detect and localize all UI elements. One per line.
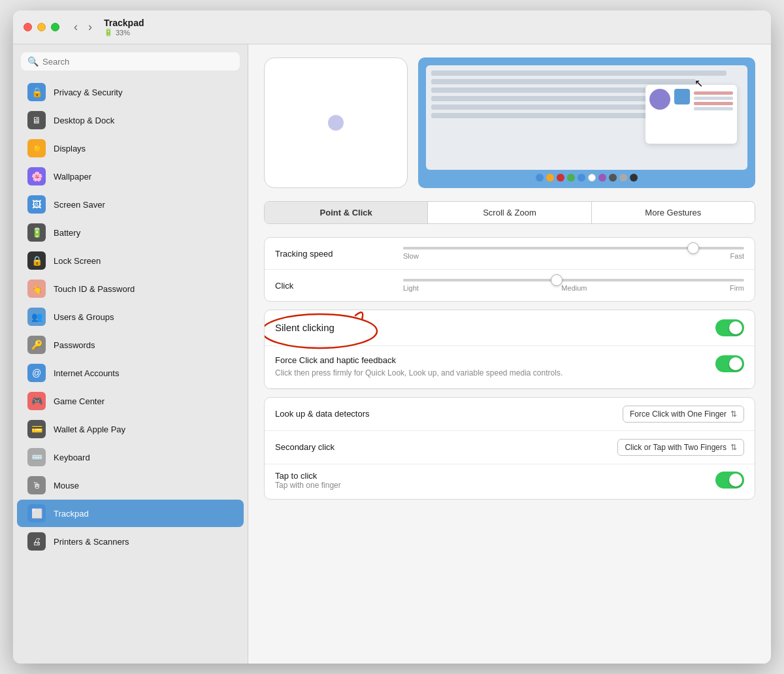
silent-clicking-toggle[interactable] <box>715 319 744 336</box>
click-thumb[interactable] <box>551 274 563 286</box>
search-input[interactable] <box>42 57 233 67</box>
screen-floating-panel <box>645 85 737 144</box>
screen-blob2 <box>674 89 690 104</box>
click-control[interactable]: Light Medium Firm <box>403 279 744 292</box>
secondary-click-arrow: ⇅ <box>730 443 737 452</box>
sidebar-icon-symbol-trackpad: ⬜ <box>31 508 42 519</box>
screen-blob <box>649 89 670 110</box>
sidebar-label-mouse: Mouse <box>54 481 79 490</box>
lookup-label: Look up & data detectors <box>275 409 370 419</box>
sidebar-icon-privacy: 🔒 <box>27 83 46 101</box>
secondary-click-dropdown[interactable]: Click or Tap with Two Fingers ⇅ <box>617 439 744 456</box>
sidebar-icon-symbol-mouse: 🖱 <box>32 480 41 490</box>
color-dot-3[interactable] <box>567 174 575 182</box>
tab-point-click[interactable]: Point & Click <box>265 202 428 223</box>
sidebar-item-trackpad[interactable]: ⬜ Trackpad <box>17 500 244 527</box>
minimize-button[interactable] <box>37 23 46 31</box>
tabs-row: Point & ClickScroll & ZoomMore Gestures <box>264 201 755 224</box>
maximize-button[interactable] <box>51 23 59 31</box>
annotation-circle <box>264 310 391 352</box>
sidebar-label-printers: Printers & Scanners <box>54 537 129 547</box>
settings-tracking-section: Tracking speed Slow Fast <box>264 237 755 302</box>
sidebar-item-screensaver[interactable]: 🖼 Screen Saver <box>17 191 244 218</box>
sidebar-label-displays: Displays <box>54 144 86 153</box>
sidebar-item-wallet[interactable]: 💳 Wallet & Apple Pay <box>17 415 244 443</box>
sidebar-icon-wallpaper: 🌸 <box>27 167 46 185</box>
screen-preview: ↖ <box>418 57 755 188</box>
sidebar-icon-gamecenter: 🎮 <box>27 392 46 410</box>
color-dot-9[interactable] <box>630 174 638 182</box>
color-dot-2[interactable] <box>557 174 564 182</box>
tracking-speed-track <box>403 247 744 249</box>
color-dot-7[interactable] <box>609 174 617 182</box>
sidebar-item-printers[interactable]: 🖨 Printers & Scanners <box>17 528 244 555</box>
click-medium-label: Medium <box>561 284 587 292</box>
sidebar-icon-lockscreen: 🔒 <box>27 251 46 270</box>
sidebar-item-desktop[interactable]: 🖥 Desktop & Dock <box>17 106 244 134</box>
sidebar-icon-symbol-wallpaper: 🌸 <box>31 171 42 182</box>
tab-more-gestures[interactable]: More Gestures <box>592 202 755 223</box>
color-dot-4[interactable] <box>578 174 585 182</box>
sidebar-item-wallpaper[interactable]: 🌸 Wallpaper <box>17 163 244 190</box>
sidebar-icon-symbol-battery: 🔋 <box>31 227 42 238</box>
sidebar-icon-symbol-screensaver: 🖼 <box>32 199 41 210</box>
preview-area: ↖ <box>264 57 755 188</box>
sidebar-item-users[interactable]: 👥 Users & Groups <box>17 303 244 330</box>
color-dot-0[interactable] <box>536 174 544 182</box>
search-icon: 🔍 <box>27 56 39 67</box>
battery-level: 33% <box>116 29 130 37</box>
color-dot-5[interactable] <box>588 174 596 182</box>
tracking-speed-label: Tracking speed <box>275 249 393 259</box>
silent-clicking-row: Silent clicking <box>265 310 755 346</box>
sidebar-item-gamecenter[interactable]: 🎮 Game Center <box>17 387 244 415</box>
tracking-fast-label: Fast <box>730 252 744 260</box>
sidebar-icon-battery: 🔋 <box>27 223 46 242</box>
color-dot-6[interactable] <box>598 174 606 182</box>
silent-clicking-label-wrap: Silent clicking <box>275 322 335 334</box>
tracking-speed-thumb[interactable] <box>687 242 699 254</box>
tap-to-click-desc: Tap with one finger <box>275 481 341 490</box>
click-label: Click <box>275 281 393 291</box>
close-button[interactable] <box>24 23 32 31</box>
secondary-click-label: Secondary click <box>275 442 335 452</box>
click-row: Click Light Medium Firm <box>265 270 755 301</box>
click-fill <box>403 279 557 281</box>
sidebar-item-keyboard[interactable]: ⌨️ Keyboard <box>17 443 244 471</box>
sidebar-item-internet[interactable]: @ Internet Accounts <box>17 359 244 387</box>
sidebar-icon-printers: 🖨 <box>27 532 46 551</box>
screen-mini-line-3 <box>694 102 733 105</box>
sidebar-icon-screensaver: 🖼 <box>27 195 46 214</box>
sidebar-label-privacy: Privacy & Security <box>54 88 122 97</box>
tracking-speed-control[interactable]: Slow Fast <box>403 247 744 260</box>
search-bar[interactable]: 🔍 <box>21 52 240 71</box>
traffic-lights <box>24 23 59 31</box>
sidebar-item-lockscreen[interactable]: 🔒 Lock Screen <box>17 247 244 274</box>
secondary-click-row: Secondary click Click or Tap with Two Fi… <box>265 431 755 464</box>
screen-floating-content <box>649 89 733 110</box>
sidebar-item-battery[interactable]: 🔋 Battery <box>17 219 244 246</box>
sidebar-label-wallet: Wallet & Apple Pay <box>54 425 125 434</box>
click-slider-container[interactable]: Light Medium Firm <box>403 279 744 292</box>
titlebar-title: Trackpad 🔋 33% <box>104 18 144 37</box>
sidebar-item-displays[interactable]: ☀️ Displays <box>17 135 244 162</box>
nav-buttons: ‹ › <box>70 19 96 35</box>
sidebar-icon-symbol-internet: @ <box>32 368 41 378</box>
sidebar-item-passwords[interactable]: 🔑 Passwords <box>17 331 244 359</box>
sidebar-item-mouse[interactable]: 🖱 Mouse <box>17 472 244 499</box>
sidebar-item-touchid[interactable]: 👆 Touch ID & Password <box>17 275 244 302</box>
detail-panel: ↖ Point & ClickScroll & ZoomMore Gesture… <box>248 44 771 664</box>
tracking-speed-slider-container[interactable]: Slow Fast <box>403 247 744 260</box>
force-click-toggle[interactable] <box>715 355 744 372</box>
back-button[interactable]: ‹ <box>70 19 82 35</box>
color-dot-1[interactable] <box>546 174 554 182</box>
lookup-dropdown[interactable]: Force Click with One Finger ⇅ <box>623 406 744 423</box>
sidebar-label-desktop: Desktop & Dock <box>54 116 114 125</box>
tab-scroll-zoom[interactable]: Scroll & Zoom <box>428 202 591 223</box>
forward-button[interactable]: › <box>84 19 96 35</box>
color-dot-8[interactable] <box>619 174 627 182</box>
sidebar-item-privacy[interactable]: 🔒 Privacy & Security <box>17 78 244 106</box>
main-content: 🔍 🔒 Privacy & Security 🖥 Desktop & Dock … <box>13 44 771 664</box>
tap-to-click-toggle[interactable] <box>715 472 744 489</box>
sidebar-icon-touchid: 👆 <box>27 280 46 298</box>
sidebar-label-wallpaper: Wallpaper <box>54 172 91 182</box>
